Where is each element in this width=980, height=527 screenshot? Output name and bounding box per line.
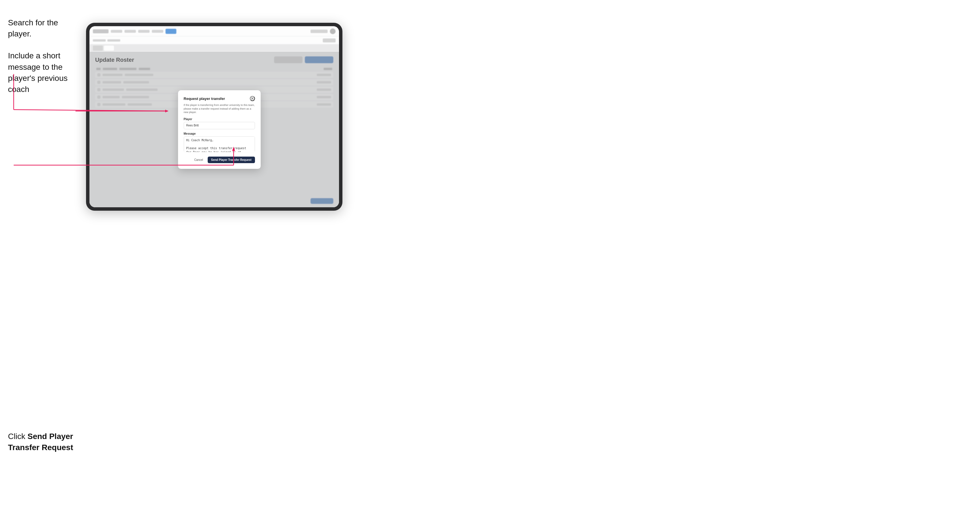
modal-close-button[interactable]: ✕ (250, 96, 255, 101)
modal-header: Request player transfer ✕ (184, 96, 255, 101)
cancel-button[interactable]: Cancel (192, 157, 205, 163)
nav-avatar (330, 29, 336, 34)
send-transfer-button[interactable]: Send Player Transfer Request (208, 157, 255, 163)
main-content: Update Roster (89, 52, 339, 207)
breadcrumb-2 (107, 39, 120, 41)
modal-actions: Cancel Send Player Transfer Request (184, 157, 255, 163)
message-textarea[interactable]: Hi Coach McHarg, Please accept this tran… (184, 137, 255, 152)
sub-nav-btn (323, 38, 336, 43)
tablet-screen: Update Roster (89, 26, 339, 207)
top-nav (89, 26, 339, 37)
nav-item-2 (124, 30, 136, 33)
nav-item-3 (138, 30, 150, 33)
modal-overlay: Request player transfer ✕ If the player … (89, 52, 339, 207)
modal-description: If the player is transferring from anoth… (184, 103, 255, 114)
player-label: Player (184, 117, 255, 121)
nav-item-active (165, 29, 177, 34)
sub-nav (89, 37, 339, 44)
player-input[interactable] (184, 122, 255, 129)
nav-right-item (310, 30, 328, 33)
annotation-search-text: Search for the player. (8, 17, 82, 39)
nav-item-1 (111, 30, 122, 33)
annotation-send: Click Send Player Transfer Request (8, 431, 76, 453)
tab-bar (89, 44, 339, 52)
tab-active (104, 46, 114, 51)
annotation-search: Search for the player. Include a short m… (8, 17, 82, 100)
nav-logo (93, 29, 108, 33)
annotation-send-text: Click Send Player Transfer Request (8, 431, 76, 453)
message-label: Message (184, 132, 255, 135)
tab-1 (93, 46, 103, 51)
nav-item-4 (152, 30, 163, 33)
request-transfer-modal: Request player transfer ✕ If the player … (178, 90, 261, 169)
annotation-message-text: Include a short message to the player's … (8, 50, 82, 95)
breadcrumb-1 (93, 39, 106, 41)
app-container: Update Roster (89, 26, 339, 207)
tablet-device: Update Roster (86, 23, 342, 211)
modal-title: Request player transfer (184, 97, 225, 101)
